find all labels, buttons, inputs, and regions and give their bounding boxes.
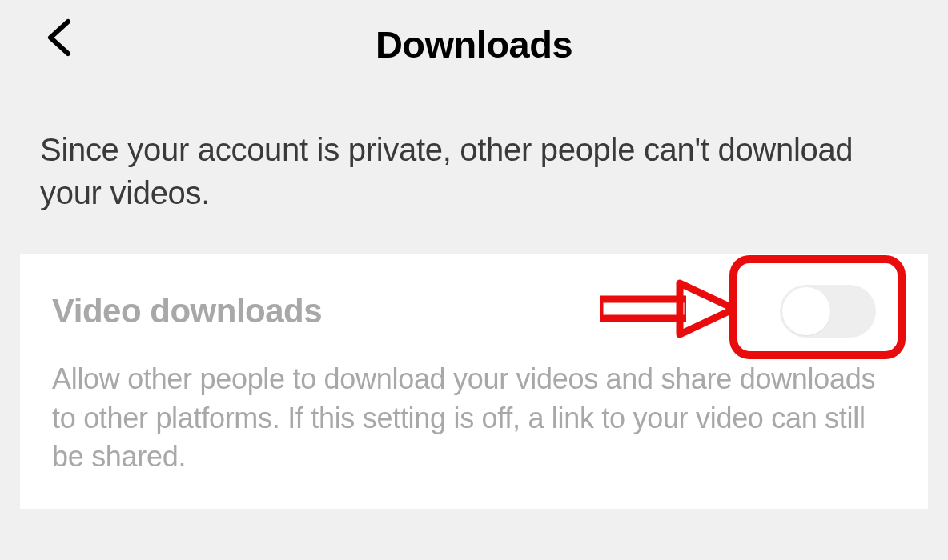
settings-card: Video downloads Allow other people to do… [20,254,928,509]
annotation-arrow [600,277,736,341]
privacy-info-text: Since your account is private, other peo… [0,80,948,254]
video-downloads-label: Video downloads [52,292,322,330]
header-bar: Downloads [0,0,948,80]
toggle-area [780,285,896,338]
video-downloads-toggle[interactable] [780,285,876,338]
page-title: Downloads [40,22,908,66]
back-button[interactable] [44,18,76,58]
video-downloads-description: Allow other people to download your vide… [52,360,896,477]
toggle-knob [782,287,830,335]
chevron-left-icon [44,18,76,58]
svg-rect-0 [600,299,688,318]
video-downloads-row: Video downloads [52,285,896,338]
